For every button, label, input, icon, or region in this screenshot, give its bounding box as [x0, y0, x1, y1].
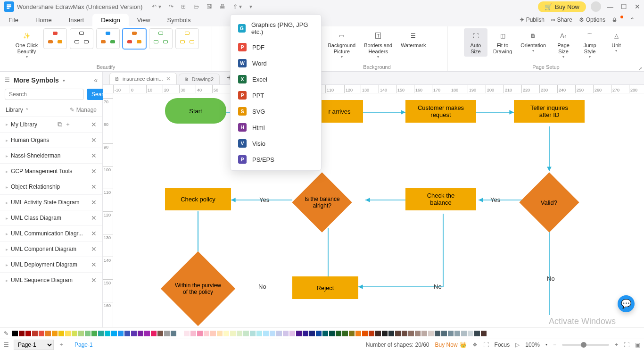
- library-item[interactable]: ▸UML Activity State Diagram✕: [0, 194, 102, 210]
- color-swatch[interactable]: [217, 331, 223, 336]
- export-item[interactable]: PPS/EPS: [231, 151, 321, 167]
- color-swatch[interactable]: [223, 331, 229, 336]
- library-item[interactable]: ▸GCP Management Tools✕: [0, 163, 102, 179]
- color-swatch[interactable]: [382, 331, 388, 336]
- color-swatch[interactable]: [454, 331, 460, 336]
- library-item[interactable]: ▸UML Component Diagram✕: [0, 241, 102, 257]
- watermark-button[interactable]: ☰ Watermark: [398, 28, 429, 50]
- color-swatch[interactable]: [329, 331, 335, 336]
- jump-style-button[interactable]: ⌒ Jump Style ▾: [578, 28, 602, 61]
- notifications-button[interactable]: 🕭: [612, 17, 623, 23]
- theme-thumb-6[interactable]: [175, 28, 199, 49]
- shape-start[interactable]: Start: [165, 98, 226, 124]
- color-swatch[interactable]: [151, 331, 157, 336]
- menu-symbols[interactable]: Symbols: [159, 14, 199, 26]
- color-swatch[interactable]: [210, 331, 216, 336]
- color-swatch[interactable]: [52, 331, 58, 336]
- save-icon[interactable]: 🖫: [206, 3, 212, 10]
- export-item[interactable]: XExcel: [231, 71, 321, 87]
- color-swatch[interactable]: [375, 331, 381, 336]
- color-swatch[interactable]: [164, 331, 170, 336]
- undo-icon[interactable]: ↶ ▾: [152, 3, 161, 10]
- color-swatch[interactable]: [362, 331, 368, 336]
- color-swatch[interactable]: [131, 331, 137, 336]
- presentation-icon[interactable]: ▷: [515, 342, 520, 348]
- library-item[interactable]: ▸UML Deployment Diagram✕: [0, 257, 102, 272]
- color-swatch[interactable]: [421, 331, 427, 336]
- color-swatch[interactable]: [19, 331, 25, 336]
- export-item[interactable]: HHtml: [231, 119, 321, 135]
- color-swatch[interactable]: [336, 331, 341, 336]
- color-swatch[interactable]: [65, 331, 71, 336]
- color-swatch[interactable]: [197, 331, 203, 336]
- qat-more-icon[interactable]: ▾: [249, 3, 252, 10]
- color-swatch[interactable]: [85, 331, 91, 336]
- chat-help-button[interactable]: 💬: [618, 295, 635, 312]
- theme-thumb-1[interactable]: [43, 28, 67, 49]
- page-tab-1[interactable]: Page-1: [69, 341, 99, 349]
- user-avatar[interactable]: [591, 1, 601, 12]
- color-swatch[interactable]: [237, 331, 242, 336]
- export-item[interactable]: SSVG: [231, 103, 321, 119]
- color-swatch[interactable]: [296, 331, 302, 336]
- export-item[interactable]: WWord: [231, 55, 321, 71]
- menu-insert[interactable]: Insert: [60, 14, 93, 26]
- share-button[interactable]: ∞Share: [551, 17, 572, 23]
- color-swatch[interactable]: [309, 331, 315, 336]
- options-button[interactable]: ⚙Options: [579, 17, 605, 23]
- export-item[interactable]: VVisio: [231, 135, 321, 151]
- color-swatch[interactable]: [78, 331, 84, 336]
- color-swatch[interactable]: [32, 331, 38, 336]
- color-swatch[interactable]: [369, 331, 374, 336]
- color-swatch[interactable]: [349, 331, 355, 336]
- minimize-button[interactable]: —: [607, 3, 613, 10]
- borders-headers-button[interactable]: 🅃 Borders and Headers ▾: [361, 28, 395, 61]
- color-swatch[interactable]: [25, 331, 31, 336]
- color-swatch[interactable]: [124, 331, 130, 336]
- one-click-beautify-button[interactable]: ✨ One Click Beautify ▾: [13, 28, 41, 61]
- redo-icon[interactable]: ↷: [169, 3, 173, 10]
- color-swatch[interactable]: [461, 331, 467, 336]
- new-icon[interactable]: ⊞: [181, 3, 186, 10]
- color-swatch[interactable]: [481, 331, 487, 336]
- shape-balance-alright[interactable]: Is the balance alright?: [292, 172, 352, 232]
- shape-valid[interactable]: Valid?: [519, 172, 579, 232]
- library-item[interactable]: ▸My Library⧉＋✕: [0, 116, 102, 132]
- color-swatch[interactable]: [105, 331, 110, 336]
- menu-design[interactable]: Design: [92, 14, 128, 26]
- manage-button[interactable]: ✎ Manage: [70, 107, 97, 113]
- color-swatch[interactable]: [256, 331, 262, 336]
- zoom-in-button[interactable]: +: [615, 342, 618, 348]
- color-swatch[interactable]: [289, 331, 295, 336]
- color-swatch[interactable]: [270, 331, 275, 336]
- color-swatch[interactable]: [408, 331, 414, 336]
- doc-tab-2[interactable]: 🗎Drawing2: [179, 74, 220, 84]
- color-swatch[interactable]: [144, 331, 150, 336]
- color-swatch[interactable]: [39, 331, 44, 336]
- doc-tab-1[interactable]: 🗎insurance claim...✕: [109, 73, 177, 84]
- publish-button[interactable]: ✈Publish: [520, 17, 545, 23]
- library-item[interactable]: ▸Object Relationship✕: [0, 179, 102, 194]
- search-input[interactable]: [5, 89, 84, 100]
- color-swatch[interactable]: [138, 331, 143, 336]
- export-item[interactable]: GGraphics (PNG, JPG etc.): [231, 17, 321, 39]
- shape-makes-request[interactable]: Customer makes request: [405, 100, 476, 123]
- export-icon[interactable]: ⇪ ▾: [233, 3, 242, 10]
- theme-thumb-2[interactable]: [70, 28, 93, 49]
- color-swatch[interactable]: [283, 331, 289, 336]
- fullscreen-icon[interactable]: ▣: [635, 342, 640, 348]
- close-button[interactable]: ✕: [635, 3, 640, 10]
- print-icon[interactable]: 🖶: [220, 3, 225, 10]
- zoom-out-button[interactable]: −: [553, 342, 556, 348]
- color-swatch[interactable]: [263, 331, 269, 336]
- page-list-icon[interactable]: ☰: [4, 342, 9, 348]
- color-swatch[interactable]: [428, 331, 434, 336]
- library-item[interactable]: ▸Human Organs✕: [0, 132, 102, 148]
- color-swatch[interactable]: [72, 331, 77, 336]
- background-picture-button[interactable]: ▭ Background Picture ▾: [325, 28, 358, 61]
- color-swatch[interactable]: [415, 331, 421, 336]
- collapse-panel-button[interactable]: «: [94, 76, 98, 84]
- open-icon[interactable]: 🗁: [193, 3, 199, 10]
- auto-size-button[interactable]: ⛶ Auto Size: [464, 28, 487, 57]
- color-swatch[interactable]: [322, 331, 328, 336]
